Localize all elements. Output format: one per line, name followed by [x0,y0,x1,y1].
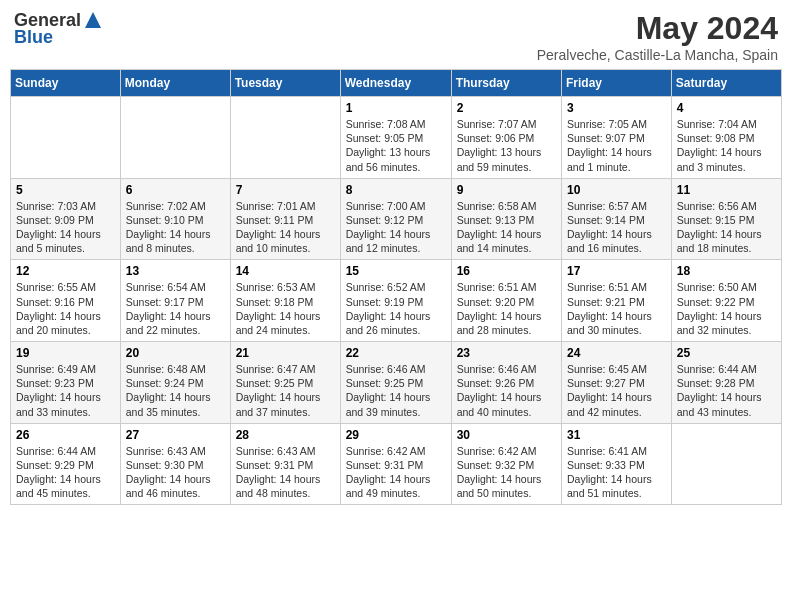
day-number: 2 [457,101,556,115]
day-info: Sunrise: 6:54 AM Sunset: 9:17 PM Dayligh… [126,280,225,337]
calendar-cell: 14Sunrise: 6:53 AM Sunset: 9:18 PM Dayli… [230,260,340,342]
calendar-cell: 17Sunrise: 6:51 AM Sunset: 9:21 PM Dayli… [562,260,672,342]
day-number: 17 [567,264,666,278]
calendar-cell: 13Sunrise: 6:54 AM Sunset: 9:17 PM Dayli… [120,260,230,342]
day-info: Sunrise: 6:43 AM Sunset: 9:30 PM Dayligh… [126,444,225,501]
day-number: 25 [677,346,776,360]
calendar-cell: 5Sunrise: 7:03 AM Sunset: 9:09 PM Daylig… [11,178,121,260]
day-number: 28 [236,428,335,442]
day-number: 6 [126,183,225,197]
day-number: 8 [346,183,446,197]
day-number: 21 [236,346,335,360]
day-info: Sunrise: 6:45 AM Sunset: 9:27 PM Dayligh… [567,362,666,419]
calendar-week-row: 19Sunrise: 6:49 AM Sunset: 9:23 PM Dayli… [11,342,782,424]
weekday-header-wednesday: Wednesday [340,70,451,97]
day-number: 24 [567,346,666,360]
day-info: Sunrise: 6:46 AM Sunset: 9:26 PM Dayligh… [457,362,556,419]
logo-icon [83,10,103,30]
day-info: Sunrise: 7:02 AM Sunset: 9:10 PM Dayligh… [126,199,225,256]
day-info: Sunrise: 6:50 AM Sunset: 9:22 PM Dayligh… [677,280,776,337]
day-number: 7 [236,183,335,197]
day-info: Sunrise: 6:48 AM Sunset: 9:24 PM Dayligh… [126,362,225,419]
calendar-cell: 7Sunrise: 7:01 AM Sunset: 9:11 PM Daylig… [230,178,340,260]
calendar-cell: 21Sunrise: 6:47 AM Sunset: 9:25 PM Dayli… [230,342,340,424]
day-number: 27 [126,428,225,442]
calendar-cell: 6Sunrise: 7:02 AM Sunset: 9:10 PM Daylig… [120,178,230,260]
calendar-cell: 30Sunrise: 6:42 AM Sunset: 9:32 PM Dayli… [451,423,561,505]
day-number: 3 [567,101,666,115]
calendar-cell: 1Sunrise: 7:08 AM Sunset: 9:05 PM Daylig… [340,97,451,179]
calendar-cell: 20Sunrise: 6:48 AM Sunset: 9:24 PM Dayli… [120,342,230,424]
day-number: 30 [457,428,556,442]
day-info: Sunrise: 7:04 AM Sunset: 9:08 PM Dayligh… [677,117,776,174]
day-number: 4 [677,101,776,115]
day-number: 19 [16,346,115,360]
day-number: 18 [677,264,776,278]
calendar-cell: 16Sunrise: 6:51 AM Sunset: 9:20 PM Dayli… [451,260,561,342]
day-info: Sunrise: 6:56 AM Sunset: 9:15 PM Dayligh… [677,199,776,256]
day-info: Sunrise: 6:47 AM Sunset: 9:25 PM Dayligh… [236,362,335,419]
month-year-title: May 2024 [537,10,778,47]
day-number: 31 [567,428,666,442]
day-info: Sunrise: 7:08 AM Sunset: 9:05 PM Dayligh… [346,117,446,174]
calendar-week-row: 12Sunrise: 6:55 AM Sunset: 9:16 PM Dayli… [11,260,782,342]
logo: General Blue [14,10,103,48]
calendar-cell: 22Sunrise: 6:46 AM Sunset: 9:25 PM Dayli… [340,342,451,424]
calendar-cell: 27Sunrise: 6:43 AM Sunset: 9:30 PM Dayli… [120,423,230,505]
calendar-cell: 25Sunrise: 6:44 AM Sunset: 9:28 PM Dayli… [671,342,781,424]
calendar-week-row: 5Sunrise: 7:03 AM Sunset: 9:09 PM Daylig… [11,178,782,260]
calendar-cell [671,423,781,505]
calendar-cell: 11Sunrise: 6:56 AM Sunset: 9:15 PM Dayli… [671,178,781,260]
day-number: 12 [16,264,115,278]
calendar-cell: 19Sunrise: 6:49 AM Sunset: 9:23 PM Dayli… [11,342,121,424]
weekday-header-row: SundayMondayTuesdayWednesdayThursdayFrid… [11,70,782,97]
location-subtitle: Peralveche, Castille-La Mancha, Spain [537,47,778,63]
title-block: May 2024 Peralveche, Castille-La Mancha,… [537,10,778,63]
day-number: 1 [346,101,446,115]
calendar-cell: 8Sunrise: 7:00 AM Sunset: 9:12 PM Daylig… [340,178,451,260]
day-info: Sunrise: 6:42 AM Sunset: 9:32 PM Dayligh… [457,444,556,501]
day-info: Sunrise: 6:52 AM Sunset: 9:19 PM Dayligh… [346,280,446,337]
calendar-cell: 3Sunrise: 7:05 AM Sunset: 9:07 PM Daylig… [562,97,672,179]
day-info: Sunrise: 7:07 AM Sunset: 9:06 PM Dayligh… [457,117,556,174]
day-number: 20 [126,346,225,360]
day-info: Sunrise: 6:51 AM Sunset: 9:20 PM Dayligh… [457,280,556,337]
weekday-header-friday: Friday [562,70,672,97]
calendar-cell [230,97,340,179]
weekday-header-thursday: Thursday [451,70,561,97]
calendar-cell: 15Sunrise: 6:52 AM Sunset: 9:19 PM Dayli… [340,260,451,342]
calendar-week-row: 1Sunrise: 7:08 AM Sunset: 9:05 PM Daylig… [11,97,782,179]
day-number: 23 [457,346,556,360]
day-info: Sunrise: 7:03 AM Sunset: 9:09 PM Dayligh… [16,199,115,256]
day-info: Sunrise: 6:44 AM Sunset: 9:28 PM Dayligh… [677,362,776,419]
day-number: 13 [126,264,225,278]
day-number: 5 [16,183,115,197]
calendar-cell: 9Sunrise: 6:58 AM Sunset: 9:13 PM Daylig… [451,178,561,260]
calendar-cell: 12Sunrise: 6:55 AM Sunset: 9:16 PM Dayli… [11,260,121,342]
day-info: Sunrise: 6:44 AM Sunset: 9:29 PM Dayligh… [16,444,115,501]
day-info: Sunrise: 7:00 AM Sunset: 9:12 PM Dayligh… [346,199,446,256]
calendar-table: SundayMondayTuesdayWednesdayThursdayFrid… [10,69,782,505]
weekday-header-tuesday: Tuesday [230,70,340,97]
calendar-cell: 10Sunrise: 6:57 AM Sunset: 9:14 PM Dayli… [562,178,672,260]
day-number: 16 [457,264,556,278]
calendar-week-row: 26Sunrise: 6:44 AM Sunset: 9:29 PM Dayli… [11,423,782,505]
day-info: Sunrise: 6:43 AM Sunset: 9:31 PM Dayligh… [236,444,335,501]
calendar-cell: 26Sunrise: 6:44 AM Sunset: 9:29 PM Dayli… [11,423,121,505]
weekday-header-saturday: Saturday [671,70,781,97]
calendar-cell: 29Sunrise: 6:42 AM Sunset: 9:31 PM Dayli… [340,423,451,505]
calendar-cell: 23Sunrise: 6:46 AM Sunset: 9:26 PM Dayli… [451,342,561,424]
weekday-header-sunday: Sunday [11,70,121,97]
day-number: 29 [346,428,446,442]
calendar-cell: 2Sunrise: 7:07 AM Sunset: 9:06 PM Daylig… [451,97,561,179]
day-info: Sunrise: 6:58 AM Sunset: 9:13 PM Dayligh… [457,199,556,256]
calendar-cell: 24Sunrise: 6:45 AM Sunset: 9:27 PM Dayli… [562,342,672,424]
calendar-cell: 18Sunrise: 6:50 AM Sunset: 9:22 PM Dayli… [671,260,781,342]
day-info: Sunrise: 6:49 AM Sunset: 9:23 PM Dayligh… [16,362,115,419]
day-info: Sunrise: 7:05 AM Sunset: 9:07 PM Dayligh… [567,117,666,174]
day-info: Sunrise: 6:41 AM Sunset: 9:33 PM Dayligh… [567,444,666,501]
svg-marker-0 [85,12,101,28]
day-info: Sunrise: 6:46 AM Sunset: 9:25 PM Dayligh… [346,362,446,419]
day-info: Sunrise: 6:57 AM Sunset: 9:14 PM Dayligh… [567,199,666,256]
calendar-cell [11,97,121,179]
